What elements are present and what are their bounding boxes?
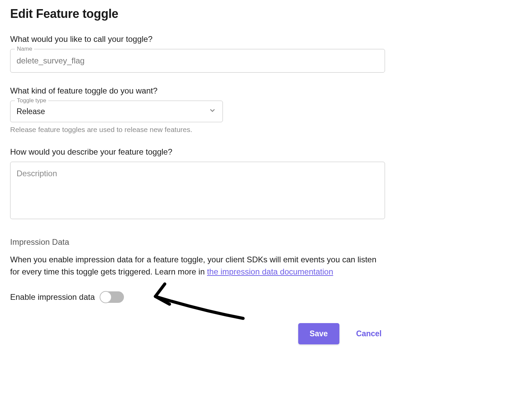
cancel-button[interactable]: Cancel [356,329,382,338]
switch-thumb [100,291,112,303]
name-prompt: What would you like to call your toggle? [10,34,504,44]
name-field-wrap: Name [10,49,385,73]
chevron-down-icon [208,106,216,116]
description-prompt: How would you describe your feature togg… [10,147,504,157]
impression-description: When you enable impression data for a fe… [10,254,385,278]
type-field-label: Toggle type [15,97,48,104]
toggle-type-value: Release [17,107,45,116]
impression-toggle-row: Enable impression data [10,291,385,303]
type-field-wrap: Toggle type Release [10,101,223,122]
name-input[interactable] [10,49,385,73]
type-prompt: What kind of feature toggle do you want? [10,86,504,96]
impression-toggle-switch[interactable] [101,291,124,303]
save-button[interactable]: Save [298,323,339,344]
page-title: Edit Feature toggle [10,7,504,21]
action-buttons: Save Cancel [10,323,385,344]
description-field-wrap [10,162,385,220]
impression-heading: Impression Data [10,237,385,247]
description-textarea[interactable] [10,162,385,219]
name-field-label: Name [15,46,34,52]
type-helper-text: Release feature toggles are used to rele… [10,126,504,134]
impression-toggle-label: Enable impression data [10,292,95,302]
impression-section: Impression Data When you enable impressi… [10,237,385,303]
impression-docs-link[interactable]: the impression data documentation [207,267,333,276]
